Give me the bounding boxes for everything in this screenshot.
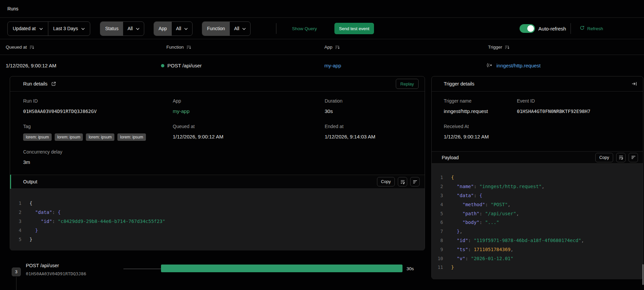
status-filter[interactable]: Status All [100, 21, 144, 36]
timeline-duration-label: 30s [407, 266, 414, 271]
app-link[interactable]: my-app [173, 108, 190, 114]
column-header-trigger[interactable]: Trigger [486, 45, 644, 50]
field-duration: Duration 30s [325, 98, 342, 114]
show-query-button[interactable]: Show Query [292, 26, 317, 31]
function-filter-label: Function [202, 22, 230, 36]
code-token: "data" [30, 210, 52, 215]
row-app-link[interactable]: my-app [324, 63, 341, 68]
code-line: 3 "data": { [432, 191, 643, 200]
column-label: Trigger [488, 45, 502, 50]
timeline-connector-vertical [16, 277, 16, 290]
code-line: 2 "data": { [10, 208, 425, 217]
row-function-name: POST /api/user [167, 63, 202, 68]
code-token: , [460, 229, 462, 234]
column-header-function[interactable]: Function [161, 45, 324, 50]
field-app: App my-app [173, 98, 190, 114]
time-range-dropdown[interactable]: Last 3 Days [48, 22, 90, 36]
toggle-knob [527, 25, 534, 32]
column-header-app[interactable]: App [324, 45, 486, 50]
sort-field-dropdown[interactable]: Updated at [8, 22, 48, 36]
line-number: 10 [432, 256, 443, 261]
replay-button[interactable]: Replay [396, 79, 419, 89]
trigger-name-value: inngest/http.request [444, 108, 488, 114]
word-wrap-icon[interactable] [398, 177, 407, 186]
cell-app: my-app [324, 63, 486, 68]
output-title: Output [23, 179, 37, 184]
duration-value: 30s [325, 108, 342, 114]
field-tag: Tag lorem: ipsumlorem: ipsumlorem: ipsum… [23, 124, 146, 141]
code-token: { [58, 210, 60, 215]
function-filter-value: All [234, 26, 239, 31]
code-token: "data" [451, 193, 474, 198]
field-label: Queued at [173, 124, 223, 129]
trigger-details-header: Trigger details [432, 76, 643, 92]
copy-button[interactable]: Copy [377, 177, 395, 186]
output-section: Output Copy 1{2 "data": {3 "id": "c8429d… [10, 175, 425, 250]
field-trigger-name: Trigger name inngest/http.request [444, 98, 488, 114]
code-token: : [52, 210, 58, 215]
code-line: 11} [432, 263, 643, 272]
run-details-header: Run details Replay [10, 76, 425, 92]
code-token: { [30, 200, 32, 206]
divider [276, 23, 276, 34]
code-token: "id" [451, 238, 468, 243]
code-line: 5} [10, 235, 425, 244]
code-line: 2 "name": "inngest/http.request", [432, 182, 643, 191]
line-number: 8 [432, 238, 443, 243]
tag-badge: lorem: ipsum [55, 133, 83, 141]
payload-header: Payload Copy [432, 151, 643, 164]
runs-table-header: Queued atFunctionAppTrigger [0, 40, 644, 55]
auto-refresh-toggle[interactable] [520, 24, 535, 33]
code-token: : [52, 219, 58, 224]
app-filter-value: All [176, 26, 181, 31]
output-header: Output Copy [10, 175, 425, 189]
line-number: 4 [10, 228, 21, 233]
line-number: 2 [432, 184, 443, 189]
status-dot-completed [161, 64, 164, 67]
scrollbar-thumb[interactable] [642, 264, 644, 285]
code-token: "c8429dd9-29b8-44e6-b714-767d34c55f23" [58, 219, 165, 224]
field-ended-at: Ended at 1/12/2026, 9:14:03 AM [325, 124, 375, 140]
copy-button[interactable]: Copy [595, 153, 613, 162]
line-number: 4 [432, 202, 443, 207]
run-id-value: 01HS0AA03V04D91RTDQ3J862GV [23, 108, 97, 114]
chevron-down-icon [242, 26, 246, 31]
field-label: Received At [444, 124, 489, 129]
code-line: 1{ [432, 173, 643, 182]
sort-field-value: Updated at [13, 26, 36, 31]
format-icon[interactable] [629, 153, 638, 162]
table-row[interactable]: 1/12/2026, 9:00:12 AM POST /api/user my-… [0, 55, 644, 76]
code-line: 10 "v": "2026-01-12.01" [432, 254, 643, 263]
refresh-button[interactable]: Refresh [580, 25, 603, 32]
send-test-event-button[interactable]: Send test event [334, 23, 374, 34]
function-filter[interactable]: Function All [202, 21, 251, 36]
word-wrap-icon[interactable] [616, 153, 626, 162]
step-count-badge[interactable]: 3 [12, 268, 21, 276]
refresh-label: Refresh [587, 26, 603, 31]
field-received-at: Received At 1/12/26, 9:00:12 AM [444, 124, 489, 140]
field-queued-at: Queued at 1/12/2026, 9:00:12 AM [173, 124, 223, 140]
field-label: Event ID [517, 98, 590, 104]
app-filter[interactable]: App All [154, 21, 193, 36]
code-token: "/api/user" [485, 211, 516, 216]
cell-trigger: inngest/http.request [486, 63, 644, 69]
column-header-queued-at[interactable]: Queued at [6, 45, 161, 50]
code-token: "2026-01-12.01" [471, 256, 513, 261]
format-icon[interactable] [410, 177, 420, 186]
code-line: 4 "method": "POST", [432, 200, 643, 209]
payload-section: Payload Copy 1{2 "name": "inngest/http.r… [432, 151, 643, 279]
tag-badge: lorem: ipsum [86, 133, 114, 141]
run-details-panel: Run details Replay Run ID 01HS0AA03V04D9… [10, 76, 425, 250]
code-token: : [479, 211, 485, 216]
code-token: , [511, 247, 513, 252]
ended-at-value: 1/12/2026, 9:14:03 AM [325, 134, 375, 140]
row-trigger-link[interactable]: inngest/http.request [496, 63, 541, 68]
external-link-icon[interactable] [51, 81, 56, 86]
code-token: "119f5971-9878-46bd-a18f-4f0680174ecd" [474, 238, 581, 243]
collapse-right-icon[interactable] [632, 81, 637, 86]
timeline-duration-bar[interactable] [161, 265, 402, 272]
code-token: , [508, 202, 511, 207]
code-token: "POST" [491, 202, 508, 207]
field-label: Run ID [23, 98, 97, 104]
sort-time-filter-group: Updated at Last 3 Days [7, 21, 90, 36]
